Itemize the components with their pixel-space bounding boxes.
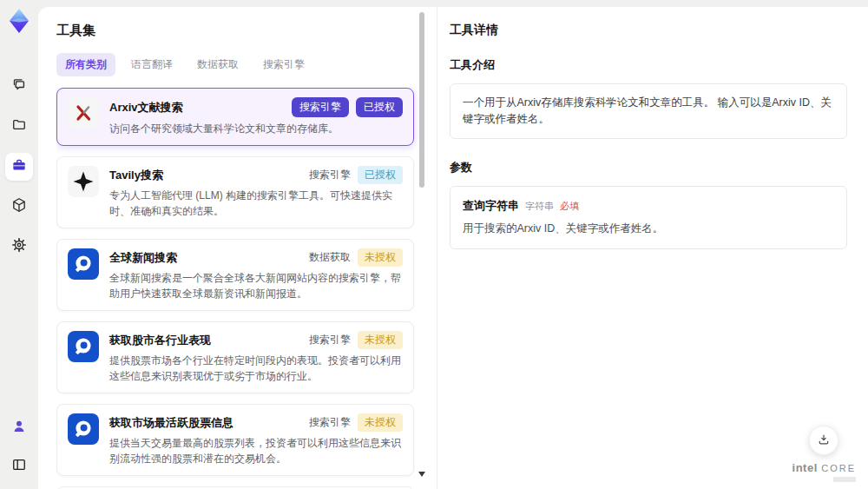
cube-icon (10, 196, 28, 217)
auth-badge: 未授权 (358, 248, 403, 267)
download-icon (817, 433, 831, 449)
sidebar-item-account[interactable] (5, 414, 33, 442)
auth-badge: 未授权 (358, 413, 403, 432)
tavily-icon (68, 166, 99, 197)
toolbox-icon (10, 156, 28, 177)
tool-title: Tavily搜索 (109, 168, 163, 183)
intro-heading: 工具介绍 (450, 57, 847, 73)
tool-description: 访问各个研究领域大量科学论文和文章的存储库。 (109, 121, 403, 136)
main-panel: 工具集 所有类别 语言翻译 数据获取 搜索引擎 (38, 7, 868, 489)
arxiv-icon (68, 97, 99, 129)
intel-core-logo: intel CORE (792, 459, 856, 482)
chat-icon (10, 76, 28, 97)
tab-search-engine[interactable]: 搜索引擎 (254, 53, 313, 76)
param-card: 查询字符串 字符串 必填 用于搜索的Arxiv ID、关键字或作者姓名。 (450, 186, 847, 249)
tool-title: 获取市场最活跃股票信息 (109, 415, 233, 431)
app-sidebar (0, 0, 38, 489)
tool-card-stock-sector[interactable]: 获取股市各行业表现 搜索引擎 未授权 提供股票市场各个行业在特定时间段内的表现。… (56, 321, 414, 393)
auth-badge: 已授权 (356, 97, 403, 117)
tool-title: Arxiv文献搜索 (109, 100, 183, 116)
auth-badge: 未授权 (358, 331, 403, 349)
folder-icon (10, 116, 28, 137)
sidebar-nav (5, 73, 33, 261)
tool-description: 专为人工智能代理 (LLM) 构建的搜索引擎工具。可快速提供实时、准确和真实的结… (109, 188, 403, 219)
gear-icon (10, 236, 28, 257)
tool-title: 全球新闻搜索 (109, 250, 177, 266)
param-type: 字符串 (525, 200, 554, 213)
tool-list-pane: 工具集 所有类别 语言翻译 数据获取 搜索引擎 (38, 7, 437, 489)
tool-list: Arxiv文献搜索 搜索引擎 已授权 访问各个研究领域大量科学论文和文章的存储库… (56, 88, 437, 489)
sidebar-item-settings[interactable] (5, 233, 33, 261)
download-button[interactable] (809, 426, 838, 455)
collapse-panel-icon (10, 456, 28, 477)
tab-all-categories[interactable]: 所有类别 (56, 53, 115, 76)
global-news-icon (68, 248, 99, 280)
tool-detail-pane: 工具详情 工具介绍 一个用于从Arxiv存储库搜索科学论文和文章的工具。 输入可… (437, 7, 868, 489)
tool-description: 全球新闻搜索是一个聚合全球各大新闻网站内容的搜索引擎，帮助用户快速获取全球最新资… (109, 270, 403, 301)
tab-data-acquisition[interactable]: 数据获取 (188, 53, 247, 76)
active-stocks-icon (68, 413, 99, 445)
intel-brand-text: intel (792, 461, 818, 474)
intel-product-text: CORE (821, 463, 856, 473)
tool-description: 提供当天交易量最高的股票列表，投资者可以利用这些信息来识别流动性强的股票和潜在的… (109, 435, 403, 466)
detail-title: 工具详情 (450, 23, 847, 38)
tool-description: 提供股票市场各个行业在特定时间段内的表现。投资者可以利用这些信息来识别表现优于或… (109, 353, 403, 384)
tool-card-global-news[interactable]: 全球新闻搜索 数据获取 未授权 全球新闻搜索是一个聚合全球各大新闻网站内容的搜索… (56, 239, 414, 311)
sidebar-item-packages[interactable] (5, 193, 33, 221)
tab-language-translation[interactable]: 语言翻译 (122, 53, 181, 76)
tool-title: 获取股市各行业表现 (109, 333, 211, 348)
tool-card-arxiv[interactable]: Arxiv文献搜索 搜索引擎 已授权 访问各个研究领域大量科学论文和文章的存储库… (56, 88, 414, 146)
corner-widgets: intel CORE (792, 426, 856, 482)
tool-intro-text: 一个用于从Arxiv存储库搜索科学论文和文章的工具。 输入可以是Arxiv ID… (450, 83, 847, 139)
params-heading: 参数 (450, 160, 847, 175)
tool-card-active-stocks[interactable]: 获取市场最活跃股票信息 搜索引擎 未授权 提供当天交易量最高的股票列表，投资者可… (56, 404, 414, 476)
intel-sub-mark (833, 477, 856, 482)
category-badge: 数据获取 (309, 250, 351, 265)
scroll-down-icon[interactable] (418, 472, 425, 477)
scrollbar-thumb[interactable] (419, 12, 424, 188)
category-tabs: 所有类别 语言翻译 数据获取 搜索引擎 (56, 53, 437, 76)
stock-sector-icon (68, 331, 99, 362)
app-logo-icon (5, 7, 33, 35)
param-name: 查询字符串 (463, 198, 519, 214)
param-description: 用于搜索的Arxiv ID、关键字或作者姓名。 (463, 221, 834, 236)
sidebar-item-collapse[interactable] (5, 453, 33, 480)
category-badge: 搜索引擎 (309, 333, 351, 347)
page-title: 工具集 (56, 23, 437, 39)
app-root: 工具集 所有类别 语言翻译 数据获取 搜索引擎 (0, 0, 868, 489)
sidebar-item-files[interactable] (5, 113, 33, 141)
tool-card-tavily[interactable]: Tavily搜索 搜索引擎 已授权 专为人工智能代理 (LLM) 构建的搜索引擎… (56, 156, 414, 228)
param-required-badge: 必填 (560, 200, 579, 213)
category-badge: 搜索引擎 (309, 168, 351, 182)
list-scrollbar[interactable] (419, 10, 424, 489)
category-badge: 搜索引擎 (292, 97, 349, 117)
user-avatar-icon (10, 418, 28, 439)
auth-badge: 已授权 (358, 166, 403, 184)
sidebar-item-chat[interactable] (5, 73, 33, 101)
category-badge: 搜索引擎 (309, 415, 351, 430)
sidebar-item-tools[interactable] (5, 153, 33, 181)
